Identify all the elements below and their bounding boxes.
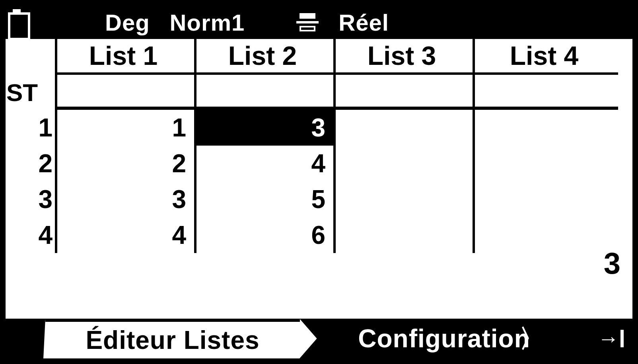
cell-l2-r3[interactable]: 5 <box>196 181 336 217</box>
sub-cell-1[interactable] <box>57 75 196 110</box>
tab-inactive-label: Configuration <box>358 324 530 353</box>
col-header-1[interactable]: List 1 <box>57 39 196 75</box>
list-table-area[interactable]: List 1 List 2 List 3 List 4 ST 1 1 3 <box>6 39 632 319</box>
row-index: 4 <box>6 217 57 253</box>
fraction-mode-icon <box>296 12 319 32</box>
sub-label: ST <box>6 75 57 110</box>
row-index: 1 <box>6 110 57 146</box>
sub-cell-3[interactable] <box>336 75 475 110</box>
angle-mode: Deg <box>105 9 150 36</box>
cell-l1-r3[interactable]: 3 <box>57 181 196 217</box>
battery-icon <box>8 9 25 35</box>
cell-l4-r1[interactable] <box>475 110 618 146</box>
cell-l4-r2[interactable] <box>475 146 618 181</box>
cell-l2-r4[interactable]: 6 <box>196 217 336 253</box>
row-index: 2 <box>6 146 57 181</box>
cell-l2-r2[interactable]: 4 <box>196 146 336 181</box>
cell-l1-r1[interactable]: 1 <box>57 110 196 146</box>
sub-cell-4[interactable] <box>475 75 618 110</box>
data-rows: 1 1 3 2 2 4 3 3 5 <box>6 110 632 253</box>
table-sub-row: ST <box>6 75 632 110</box>
header-corner <box>6 39 57 75</box>
row-index: 3 <box>6 181 57 217</box>
cell-l1-r4[interactable]: 4 <box>57 217 196 253</box>
table-header-row: List 1 List 2 List 3 List 4 <box>6 39 632 75</box>
tab-list-editor[interactable]: Éditeur Listes <box>45 319 300 358</box>
table-row: 3 3 5 <box>6 181 632 217</box>
col-header-3[interactable]: List 3 <box>336 39 475 75</box>
calculator-screen: Deg Norm1 Réel List 1 List 2 List 3 List… <box>0 0 638 364</box>
col-header-2[interactable]: List 2 <box>196 39 336 75</box>
cell-l3-r4[interactable] <box>336 217 475 253</box>
cell-l4-r4[interactable] <box>475 217 618 253</box>
bottom-tab-bar: Éditeur Listes Configuration 〉 → <box>6 319 632 358</box>
status-modes: Deg Norm1 Réel <box>105 9 389 36</box>
cell-l2-r1[interactable]: 3 <box>196 110 336 146</box>
col-header-4[interactable]: List 4 <box>475 39 618 75</box>
cell-l1-r2[interactable]: 2 <box>57 146 196 181</box>
current-cell-value: 3 <box>604 246 620 280</box>
table-row: 2 2 4 <box>6 146 632 181</box>
status-bar: Deg Norm1 Réel <box>6 6 632 39</box>
display-mode: Norm1 <box>170 9 245 36</box>
number-mode: Réel <box>338 9 389 36</box>
arrow-next-icon: → <box>598 326 624 351</box>
tab-active-label: Éditeur Listes <box>86 325 259 355</box>
table-row: 1 1 3 <box>6 110 632 146</box>
cell-l3-r2[interactable] <box>336 146 475 181</box>
table-row: 4 4 6 <box>6 217 632 253</box>
cell-l4-r3[interactable] <box>475 181 618 217</box>
tab-configuration[interactable]: Configuration 〉 <box>300 319 589 358</box>
tab-stub <box>6 319 45 358</box>
cell-l3-r1[interactable] <box>336 110 475 146</box>
sub-cell-2[interactable] <box>196 75 336 110</box>
chevron-right-icon: 〉 <box>519 321 545 356</box>
cell-l3-r3[interactable] <box>336 181 475 217</box>
tab-more-button[interactable]: → <box>589 319 632 358</box>
